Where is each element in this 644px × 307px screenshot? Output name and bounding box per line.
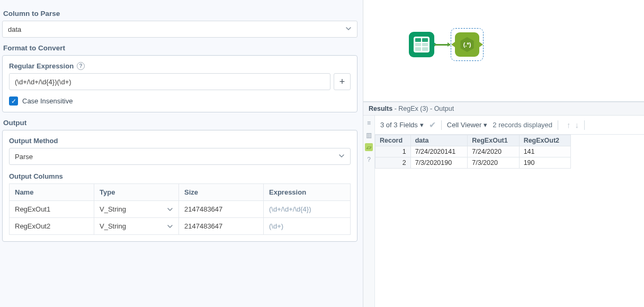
- col-header-name[interactable]: Name: [10, 184, 94, 201]
- col-header-data[interactable]: data: [410, 135, 468, 146]
- apply-check-icon[interactable]: ✔: [429, 120, 436, 130]
- cell-data: 7/3/2020190: [410, 157, 468, 169]
- cell-regexout2: 141: [519, 146, 570, 157]
- results-table[interactable]: Record data RegExOut1 RegExOut2 1 7/24/2…: [375, 135, 571, 169]
- output-method-label: Output Method: [9, 137, 351, 145]
- input-data-tool-node[interactable]: [409, 32, 434, 57]
- table-row[interactable]: RegExOut1 V_String 2147483647 (\d+/\d+/\…: [10, 201, 351, 218]
- col-header-record[interactable]: Record: [375, 135, 411, 146]
- cell-regexout2: 190: [519, 157, 570, 169]
- output-columns-label: Output Columns: [9, 172, 351, 180]
- arrow-down-icon[interactable]: ↓: [575, 120, 579, 129]
- list-icon[interactable]: ≡: [365, 119, 373, 127]
- cell-size[interactable]: 2147483647: [179, 218, 264, 235]
- col-header-size[interactable]: Size: [179, 184, 264, 201]
- results-header: Results - RegEx (3) - Output: [363, 102, 644, 116]
- cell-size[interactable]: 2147483647: [179, 201, 264, 218]
- caret-down-icon: ▾: [484, 121, 487, 129]
- cell-name[interactable]: RegExOut1: [10, 201, 94, 218]
- table-row[interactable]: 1 7/24/2020141 7/24/2020 141: [375, 146, 571, 157]
- fields-dropdown[interactable]: 3 of 3 Fields ▾: [380, 121, 424, 129]
- regex-tool-node[interactable]: (.*): [451, 28, 484, 61]
- table-row[interactable]: 2 7/3/2020190 7/3/2020 190: [375, 157, 571, 169]
- output-method-select[interactable]: Parse: [9, 148, 351, 165]
- cell-record: 2: [375, 157, 411, 169]
- add-expression-button[interactable]: +: [334, 73, 351, 90]
- chevron-down-icon: [167, 223, 173, 230]
- results-side-icons: ≡ ▥ ▱ ?: [363, 116, 375, 307]
- regex-label: Regular Expression: [9, 62, 74, 70]
- cell-regexout1: 7/24/2020: [468, 146, 519, 157]
- connection-edge[interactable]: [434, 44, 450, 46]
- chevron-down-icon: [338, 153, 345, 161]
- col-header-type[interactable]: Type: [94, 184, 179, 201]
- arrow-up-icon[interactable]: ↑: [567, 120, 571, 129]
- output-columns-table: Name Type Size Expression RegExOut1 V_St…: [9, 183, 351, 235]
- regex-input[interactable]: [9, 73, 330, 90]
- results-subtitle: - RegEx (3) - Output: [392, 105, 454, 112]
- col-header-regexout2[interactable]: RegExOut2: [519, 135, 570, 146]
- caret-down-icon: ▾: [420, 121, 424, 129]
- cell-viewer-dropdown[interactable]: Cell Viewer ▾: [447, 121, 488, 129]
- regex-icon: (.*): [460, 37, 475, 52]
- output-label: Output: [3, 119, 357, 127]
- col-header-regexout1[interactable]: RegExOut1: [468, 135, 519, 146]
- output-anchor-icon[interactable]: ▱: [365, 143, 373, 151]
- output-method-value: Parse: [15, 153, 33, 161]
- cell-record: 1: [375, 146, 411, 157]
- grid-icon[interactable]: ▥: [365, 131, 373, 139]
- config-panel: Column to Parse data Format to Convert R…: [0, 0, 363, 307]
- col-header-expr[interactable]: Expression: [264, 184, 351, 201]
- records-displayed-label: 2 records displayed: [493, 121, 552, 129]
- column-to-parse-label: Column to Parse: [3, 10, 357, 17]
- chevron-down-icon: [345, 25, 352, 33]
- cell-expr: (\d+/\d+/\d{4}): [264, 201, 351, 218]
- help-icon[interactable]: ?: [77, 62, 85, 70]
- cell-name[interactable]: RegExOut2: [10, 218, 94, 235]
- cell-data: 7/24/2020141: [410, 146, 468, 157]
- results-title: Results: [369, 105, 392, 112]
- format-to-convert-box: Regular Expression ? + ✓ Case Insensitiv…: [2, 55, 357, 112]
- output-box: Output Method Parse Output Columns Name …: [2, 130, 357, 242]
- cell-type[interactable]: V_String: [94, 201, 179, 218]
- case-insensitive-label: Case Insensitive: [22, 97, 73, 105]
- right-panel: (.*) Results - RegEx (3) - Output ≡ ▥ ▱ …: [363, 0, 644, 307]
- format-to-convert-label: Format to Convert: [3, 44, 357, 52]
- cell-type[interactable]: V_String: [94, 218, 179, 235]
- cell-expr: (\d+): [264, 218, 351, 235]
- column-to-parse-select[interactable]: data: [2, 21, 357, 38]
- results-toolbar: 3 of 3 Fields ▾ ✔ Cell Viewer ▾ 2 record…: [375, 116, 644, 135]
- workflow-canvas[interactable]: (.*): [363, 0, 644, 102]
- column-to-parse-value: data: [8, 25, 21, 33]
- chevron-down-icon: [167, 206, 173, 213]
- case-insensitive-checkbox[interactable]: ✓: [9, 97, 18, 106]
- table-row[interactable]: RegExOut2 V_String 2147483647 (\d+): [10, 218, 351, 235]
- cell-regexout1: 7/3/2020: [468, 157, 519, 169]
- help-icon[interactable]: ?: [365, 155, 373, 163]
